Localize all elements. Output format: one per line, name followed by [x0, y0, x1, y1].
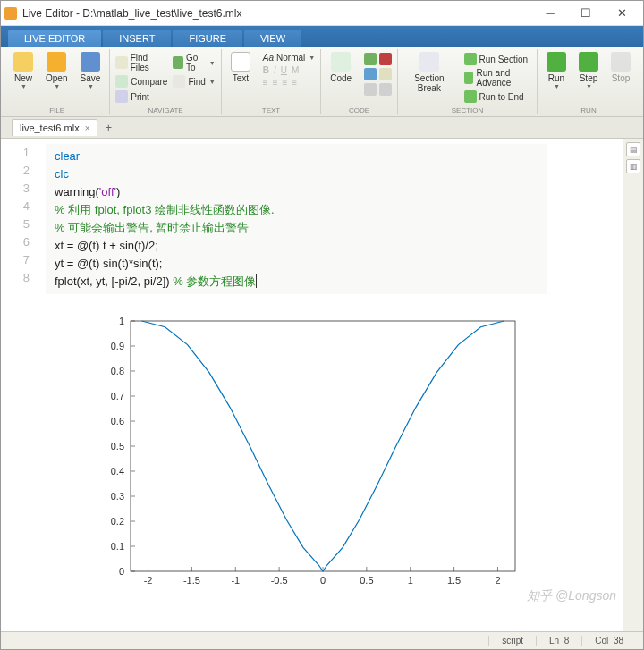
output-inline-button[interactable]: ▤: [626, 142, 640, 156]
app-icon: [4, 7, 17, 20]
file-tabstrip: live_test6.mlx × +: [1, 117, 643, 139]
save-button[interactable]: Save▼: [74, 50, 106, 91]
window-title: Live Editor - D:\matlab_live_test\live_t…: [22, 7, 532, 20]
output-chart: -2-1.5-1-0.500.511.5200.10.20.30.40.50.6…: [81, 312, 529, 598]
tab-figure[interactable]: FIGURE: [173, 30, 242, 47]
ribbon-group-run: Run▼ Step▼ Stop RUN: [538, 49, 640, 114]
close-button[interactable]: ✕: [604, 2, 640, 25]
code-area[interactable]: clear clc warning('off') % 利用 fplot, fpl…: [37, 139, 623, 631]
run-section-button[interactable]: Run Section: [462, 52, 533, 66]
section-break-button[interactable]: Section Break: [402, 50, 456, 104]
ribbon-group-code: Code CODE: [321, 49, 398, 114]
code-opt-1[interactable]: [362, 52, 394, 66]
svg-text:-0.5: -0.5: [271, 575, 288, 586]
ribbon-group-navigate: Find Files Compare Print Go To▼ Find▼ NA…: [110, 49, 222, 114]
run-advance-button[interactable]: Run and Advance: [462, 67, 533, 89]
format-buttons[interactable]: BIUM: [261, 64, 317, 76]
svg-text:1.5: 1.5: [447, 575, 461, 586]
close-tab-icon[interactable]: ×: [85, 123, 90, 133]
code-opt-3[interactable]: [362, 82, 394, 97]
run-end-button[interactable]: Run to End: [462, 89, 533, 104]
tab-view[interactable]: VIEW: [244, 30, 301, 47]
svg-text:1: 1: [408, 575, 413, 586]
find-button[interactable]: Find▼: [171, 74, 216, 89]
svg-text:1: 1: [119, 316, 124, 326]
ribbon: New▼ Open▼ Save▼ FILE Find Files Compare…: [1, 47, 643, 117]
line-gutter: 12345678: [1, 139, 37, 631]
step-button[interactable]: Step▼: [573, 50, 604, 91]
output-right-button[interactable]: ▥: [626, 159, 640, 173]
output-mode-buttons: ▤ ▥: [623, 139, 643, 631]
svg-text:0.3: 0.3: [111, 491, 124, 502]
compare-button[interactable]: Compare: [114, 74, 169, 89]
status-col: Col 38: [581, 636, 636, 646]
svg-text:-1.5: -1.5: [183, 575, 200, 586]
file-tab-label: live_test6.mlx: [20, 122, 80, 133]
run-button[interactable]: Run▼: [541, 50, 572, 91]
status-line: Ln 8: [536, 636, 581, 646]
status-mode: script: [488, 636, 536, 646]
ribbon-group-file: New▼ Open▼ Save▼ FILE: [4, 49, 110, 114]
add-tab-button[interactable]: +: [97, 118, 119, 137]
svg-text:0.5: 0.5: [360, 575, 373, 586]
svg-text:0.7: 0.7: [111, 391, 124, 401]
open-button[interactable]: Open▼: [40, 50, 72, 91]
stop-button[interactable]: Stop: [606, 50, 636, 91]
tab-insert[interactable]: INSERT: [103, 30, 171, 47]
new-button[interactable]: New▼: [8, 50, 38, 91]
status-bar: script Ln 8 Col 38: [1, 631, 643, 649]
code-block[interactable]: clear clc warning('off') % 利用 fplot, fpl…: [46, 144, 547, 294]
svg-text:-2: -2: [144, 575, 153, 586]
svg-text:0.1: 0.1: [111, 541, 124, 552]
watermark: 知乎 @Longson: [527, 588, 616, 604]
ribbon-tabstrip: LIVE EDITOR INSERT FIGURE VIEW: [1, 26, 643, 47]
text-button[interactable]: Text: [225, 50, 256, 89]
ribbon-group-section: Section Break Run Section Run and Advanc…: [398, 49, 538, 114]
svg-text:0.6: 0.6: [111, 416, 124, 426]
editor-pane: 12345678 clear clc warning('off') % 利用 f…: [1, 139, 643, 631]
print-button[interactable]: Print: [114, 89, 169, 104]
goto-button[interactable]: Go To▼: [171, 52, 216, 73]
svg-text:0.2: 0.2: [111, 516, 124, 527]
minimize-button[interactable]: ─: [532, 2, 568, 25]
svg-rect-0: [131, 321, 515, 571]
ribbon-group-text: Text AaNormal▼ BIUM ≡≡≡≡ TEXT: [222, 49, 321, 114]
style-dropdown[interactable]: AaNormal▼: [261, 52, 317, 63]
svg-text:0.4: 0.4: [111, 466, 124, 477]
file-tab[interactable]: live_test6.mlx ×: [12, 119, 97, 136]
tab-live-editor[interactable]: LIVE EDITOR: [8, 30, 101, 47]
svg-text:0: 0: [320, 575, 326, 586]
code-button[interactable]: Code: [325, 50, 357, 97]
svg-text:0.8: 0.8: [111, 366, 124, 376]
code-opt-2[interactable]: [362, 67, 394, 81]
svg-text:0.9: 0.9: [111, 341, 124, 351]
svg-text:-1: -1: [231, 575, 240, 586]
titlebar: Live Editor - D:\matlab_live_test\live_t…: [1, 1, 643, 26]
list-buttons[interactable]: ≡≡≡≡: [261, 77, 317, 89]
svg-text:2: 2: [495, 575, 500, 586]
maximize-button[interactable]: ☐: [568, 2, 604, 25]
find-files-button[interactable]: Find Files: [114, 52, 169, 73]
svg-text:0.5: 0.5: [111, 441, 124, 452]
svg-text:0: 0: [119, 566, 124, 577]
